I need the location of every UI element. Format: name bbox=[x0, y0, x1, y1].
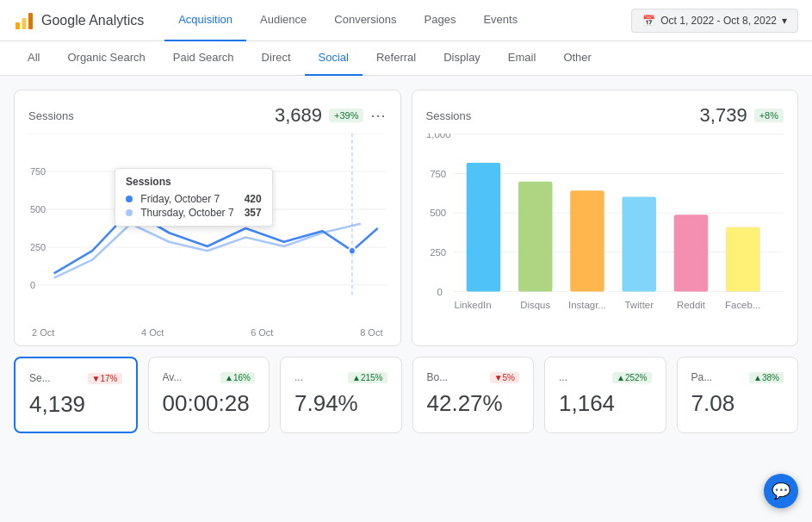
metric-header-pages: Pa... ▲38% bbox=[691, 371, 784, 383]
x-label-4: 8 Oct bbox=[360, 327, 382, 338]
svg-text:Disqus: Disqus bbox=[520, 300, 550, 310]
date-range-picker[interactable]: 📅 Oct 1, 2022 - Oct 8, 2022 ▾ bbox=[631, 9, 798, 33]
svg-text:Reddit: Reddit bbox=[676, 300, 705, 310]
chevron-down-icon: ▾ bbox=[782, 15, 787, 27]
chat-icon: 💬 bbox=[772, 482, 790, 500]
tab-display[interactable]: Display bbox=[430, 41, 494, 76]
metric-value-bounce: 42.27% bbox=[427, 390, 520, 417]
line-chart-svg: 0 250 500 750 bbox=[28, 134, 387, 323]
metric-label-avg: Av... bbox=[163, 371, 183, 383]
svg-text:500: 500 bbox=[30, 204, 46, 214]
bar-chart-value: 3,739 bbox=[700, 104, 747, 127]
metric-value-3: 7.94% bbox=[294, 390, 387, 417]
metric-card-sessions[interactable]: Se... ▼17% 4,139 bbox=[14, 357, 138, 433]
metric-card-pages[interactable]: Pa... ▲38% 7.08 bbox=[677, 357, 799, 433]
tooltip-dot-2 bbox=[126, 209, 133, 216]
svg-rect-26 bbox=[570, 190, 604, 291]
main-content: Sessions 3,689 +39% ··· Sessions Friday,… bbox=[0, 76, 812, 447]
tooltip-row1-label: Friday, October 7 bbox=[126, 193, 220, 205]
tab-referral[interactable]: Referral bbox=[363, 41, 430, 76]
svg-text:Twitter: Twitter bbox=[624, 300, 654, 310]
tooltip-row-2: Thursday, October 7 357 bbox=[126, 207, 262, 219]
chat-bubble-button[interactable]: 💬 bbox=[764, 474, 798, 508]
tab-paid-search[interactable]: Paid Search bbox=[159, 41, 248, 76]
metric-card-bounce[interactable]: Bo... ▼5% 42.27% bbox=[412, 357, 535, 433]
line-chart-more-button[interactable]: ··· bbox=[370, 107, 386, 125]
tab-all[interactable]: All bbox=[14, 41, 53, 76]
svg-text:0: 0 bbox=[437, 287, 442, 297]
metric-badge-bounce: ▼5% bbox=[490, 372, 519, 383]
svg-text:LinkedIn: LinkedIn bbox=[454, 300, 491, 310]
svg-rect-29 bbox=[725, 227, 759, 292]
tab-bar: All Organic Search Paid Search Direct So… bbox=[0, 41, 812, 76]
tooltip-dot-1 bbox=[126, 196, 133, 202]
x-label-3: 6 Oct bbox=[251, 327, 273, 338]
tab-other[interactable]: Other bbox=[549, 41, 605, 76]
date-range-label: Oct 1, 2022 - Oct 8, 2022 bbox=[660, 15, 777, 27]
bar-chart-container: 1,000 750 500 250 0 bbox=[426, 134, 784, 332]
nav-acquisition[interactable]: Acquisition bbox=[164, 0, 246, 41]
bar-chart-header: Sessions 3,739 +8% bbox=[426, 104, 784, 127]
nav-events[interactable]: Events bbox=[469, 0, 531, 41]
tooltip-row-1: Friday, October 7 420 bbox=[126, 193, 262, 205]
metric-badge-3: ▲215% bbox=[348, 372, 387, 383]
x-label-1: 2 Oct bbox=[32, 327, 54, 338]
metric-header-bounce: Bo... ▼5% bbox=[427, 371, 520, 383]
svg-rect-1 bbox=[22, 18, 27, 29]
metric-label-pages: Pa... bbox=[691, 371, 713, 383]
metric-card-5[interactable]: ... ▲252% 1,164 bbox=[544, 357, 666, 433]
line-chart-container: Sessions Friday, October 7 420 Thursday,… bbox=[28, 134, 387, 323]
logo: Google Analytics bbox=[14, 10, 144, 31]
nav-conversions[interactable]: Conversions bbox=[320, 0, 410, 41]
nav-audience[interactable]: Audience bbox=[246, 0, 320, 41]
metric-badge-5: ▲252% bbox=[612, 372, 651, 383]
metric-label-3: ... bbox=[294, 371, 303, 383]
chart-tooltip: Sessions Friday, October 7 420 Thursday,… bbox=[115, 168, 273, 227]
line-chart-card: Sessions 3,689 +39% ··· Sessions Friday,… bbox=[14, 90, 401, 346]
svg-rect-2 bbox=[28, 13, 33, 29]
bar-chart-svg: 1,000 750 500 250 0 bbox=[426, 134, 784, 332]
svg-text:0: 0 bbox=[30, 280, 35, 290]
svg-rect-28 bbox=[673, 214, 707, 291]
tooltip-row1-value: 420 bbox=[245, 193, 262, 205]
svg-text:Instagr...: Instagr... bbox=[568, 300, 606, 310]
metric-header-5: ... ▲252% bbox=[559, 371, 652, 383]
bar-chart-card: Sessions 3,739 +8% 1,000 750 5 bbox=[412, 90, 799, 346]
tab-email[interactable]: Email bbox=[494, 41, 550, 76]
tab-organic-search[interactable]: Organic Search bbox=[53, 41, 158, 76]
tab-social[interactable]: Social bbox=[305, 41, 363, 76]
nav-pages[interactable]: Pages bbox=[411, 0, 470, 41]
metric-value-avg: 00:00:28 bbox=[163, 390, 256, 417]
metric-card-avg-session[interactable]: Av... ▲16% 00:00:28 bbox=[148, 357, 270, 433]
svg-text:250: 250 bbox=[430, 247, 446, 258]
bar-chart-value-row: 3,739 +8% bbox=[700, 104, 784, 127]
line-chart-value: 3,689 bbox=[275, 104, 322, 127]
main-nav: Acquisition Audience Conversions Pages E… bbox=[164, 0, 631, 41]
charts-row: Sessions 3,689 +39% ··· Sessions Friday,… bbox=[14, 90, 798, 346]
calendar-icon: 📅 bbox=[642, 15, 655, 27]
metric-header-avg: Av... ▲16% bbox=[163, 371, 256, 383]
bar-chart-title: Sessions bbox=[426, 109, 472, 122]
line-chart-header: Sessions 3,689 +39% ··· bbox=[28, 104, 387, 127]
metric-badge-avg: ▲16% bbox=[220, 372, 255, 383]
x-label-2: 4 Oct bbox=[141, 327, 164, 338]
metric-header-3: ... ▲215% bbox=[294, 371, 387, 383]
metric-value-pages: 7.08 bbox=[691, 390, 784, 417]
svg-text:500: 500 bbox=[430, 208, 446, 218]
metric-value-5: 1,164 bbox=[559, 390, 652, 417]
line-chart-value-row: 3,689 +39% ··· bbox=[275, 104, 387, 127]
tooltip-row2-value: 357 bbox=[245, 207, 262, 219]
logo-icon bbox=[14, 10, 34, 31]
line-chart-title: Sessions bbox=[28, 109, 74, 122]
app-name: Google Analytics bbox=[41, 13, 144, 28]
svg-text:Faceb...: Faceb... bbox=[725, 300, 760, 310]
svg-text:1,000: 1,000 bbox=[426, 134, 451, 140]
svg-text:750: 750 bbox=[30, 166, 46, 177]
svg-text:250: 250 bbox=[30, 242, 46, 252]
metric-value-sessions: 4,139 bbox=[29, 391, 122, 418]
tab-direct[interactable]: Direct bbox=[248, 41, 305, 76]
metric-label-sessions: Se... bbox=[29, 372, 51, 384]
metric-card-3[interactable]: ... ▲215% 7.94% bbox=[280, 357, 402, 433]
svg-rect-24 bbox=[466, 163, 499, 292]
tooltip-title: Sessions bbox=[126, 176, 262, 188]
